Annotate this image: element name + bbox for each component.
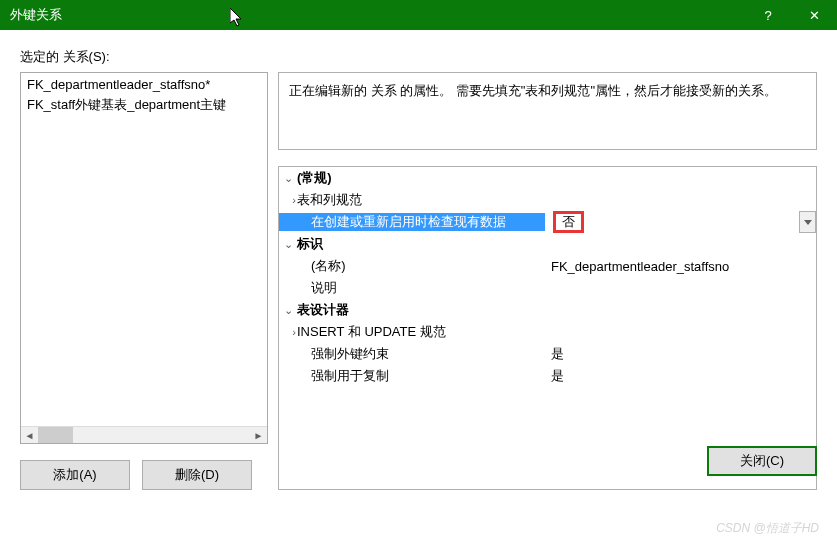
description-box: 正在编辑新的 关系 的属性。 需要先填充"表和列规范"属性，然后才能接受新的关系… (278, 72, 817, 150)
titlebar: 外键关系 ? ✕ (0, 0, 837, 30)
prop-value[interactable]: 是 (545, 367, 816, 385)
prop-value[interactable]: FK_departmentleader_staffsno (545, 259, 816, 274)
delete-button[interactable]: 删除(D) (142, 460, 252, 490)
category-general[interactable]: (常规) (297, 169, 332, 187)
chevron-down-icon[interactable]: ⌄ (279, 172, 297, 185)
help-button[interactable]: ? (745, 0, 791, 30)
highlighted-value: 否 (553, 211, 584, 233)
close-button[interactable]: 关闭(C) (707, 446, 817, 476)
list-item[interactable]: FK_departmentleader_staffsno* (21, 75, 267, 94)
watermark: CSDN @悟道子HD (716, 520, 819, 537)
prop-name: 强制外键约束 (279, 345, 545, 363)
prop-name: 强制用于复制 (279, 367, 545, 385)
prop-name: 在创建或重新启用时检查现有数据 (279, 213, 545, 231)
scroll-thumb[interactable] (38, 427, 73, 444)
close-window-button[interactable]: ✕ (791, 0, 837, 30)
prop-value[interactable]: 是 (545, 345, 816, 363)
category-identity[interactable]: 标识 (297, 235, 323, 253)
prop-row-check-existing[interactable]: 在创建或重新启用时检查现有数据 否 (279, 211, 816, 233)
prop-value-dropdown[interactable]: 否 (545, 211, 816, 233)
chevron-down-icon[interactable]: ⌄ (279, 238, 297, 251)
prop-row-enforce-repl[interactable]: 强制用于复制 是 (279, 365, 816, 387)
prop-row-name[interactable]: (名称) FK_departmentleader_staffsno (279, 255, 816, 277)
chevron-down-icon[interactable] (799, 211, 816, 233)
prop-name: (名称) (279, 257, 545, 275)
add-button[interactable]: 添加(A) (20, 460, 130, 490)
prop-row-desc[interactable]: 说明 (279, 277, 816, 299)
prop-name: 说明 (279, 279, 545, 297)
prop-table-col-spec[interactable]: 表和列规范 (297, 191, 362, 209)
scroll-right-button[interactable]: ► (250, 427, 267, 444)
window-title: 外键关系 (10, 6, 745, 24)
prop-row-enforce-fk[interactable]: 强制外键约束 是 (279, 343, 816, 365)
property-grid[interactable]: ⌄ (常规) › 表和列规范 在创建或重新启用时检查现有数据 否 ⌄ 标识 (278, 166, 817, 490)
chevron-right-icon[interactable]: › (279, 194, 297, 206)
selected-relations-label: 选定的 关系(S): (20, 48, 817, 66)
relations-listbox[interactable]: FK_departmentleader_staffsno* FK_staff外键… (20, 72, 268, 444)
horizontal-scrollbar[interactable]: ◄ ► (21, 426, 267, 443)
chevron-down-icon[interactable]: ⌄ (279, 304, 297, 317)
chevron-right-icon[interactable]: › (279, 326, 297, 338)
category-designer[interactable]: 表设计器 (297, 301, 349, 319)
prop-insert-update[interactable]: INSERT 和 UPDATE 规范 (297, 323, 446, 341)
list-item[interactable]: FK_staff外键基表_department主键 (21, 94, 267, 116)
scroll-left-button[interactable]: ◄ (21, 427, 38, 444)
